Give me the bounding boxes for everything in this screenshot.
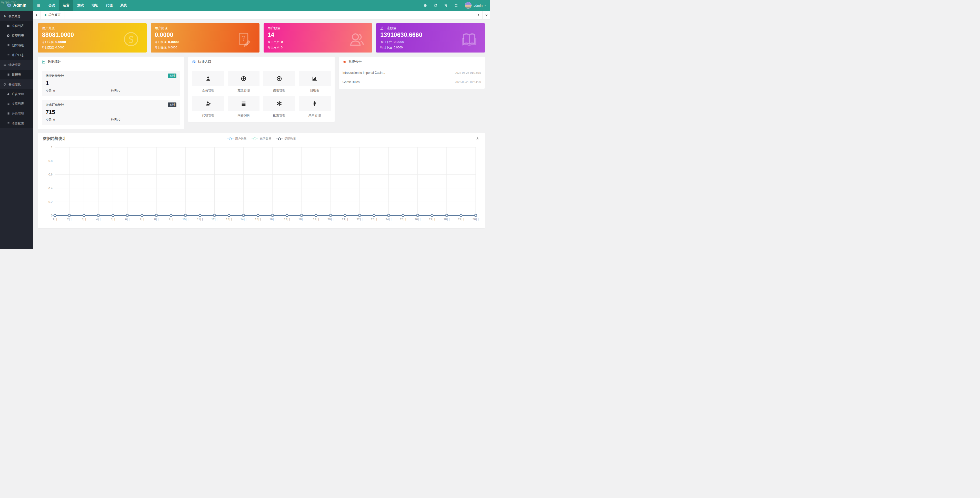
svg-text:12日: 12日 bbox=[211, 218, 218, 221]
sidebar-item-member-accounting[interactable]: B 会员账务 bbox=[0, 11, 33, 21]
quick-entry-daily-report[interactable]: 日报表 bbox=[299, 71, 331, 93]
sidebar-submenu: 日报表 bbox=[0, 70, 33, 79]
sidebar-item-ad-management[interactable]: 广告管理 bbox=[0, 89, 33, 99]
refresh-button[interactable] bbox=[431, 0, 441, 11]
svg-text:23日: 23日 bbox=[371, 218, 377, 221]
nav-item-game[interactable]: 游戏 bbox=[73, 0, 88, 11]
announcement-row[interactable]: Introduction to Imperial Casin... 2022-0… bbox=[342, 68, 481, 78]
lines-icon bbox=[241, 101, 247, 106]
sidebar-item-daily-report[interactable]: 日报表 bbox=[0, 70, 33, 79]
sidebar-item-label: 基础信息 bbox=[8, 82, 21, 87]
svg-text:19日: 19日 bbox=[313, 218, 319, 221]
nav-item-member[interactable]: 会员 bbox=[45, 0, 59, 11]
refresh-icon bbox=[434, 3, 438, 8]
svg-text:21日: 21日 bbox=[342, 218, 348, 221]
share-circle-icon bbox=[7, 34, 10, 37]
sidebar-item-withdraw-list[interactable]: 提现列表 bbox=[0, 31, 33, 40]
quick-entry-withdraw-management[interactable]: 提现管理 bbox=[263, 71, 295, 93]
sidebar-item-account-log[interactable]: 账户日志 bbox=[0, 50, 33, 60]
tab-bar: 后台首页 bbox=[33, 11, 490, 19]
svg-text:10日: 10日 bbox=[182, 218, 188, 221]
nav-item-label: 会员 bbox=[48, 3, 55, 8]
svg-text:30日: 30日 bbox=[473, 218, 479, 221]
nav-item-address[interactable]: 地址 bbox=[88, 0, 102, 11]
legend-item-2[interactable]: 充值数量 bbox=[251, 137, 272, 141]
svg-text:3日: 3日 bbox=[81, 218, 86, 221]
svg-text:0.8: 0.8 bbox=[48, 159, 52, 162]
legend-item-3[interactable]: 提现数量 bbox=[276, 137, 296, 141]
user-menu[interactable]: admin bbox=[474, 3, 487, 8]
svg-text:?: ? bbox=[241, 34, 245, 42]
plus-square-icon bbox=[7, 24, 10, 27]
sidebar-item-label: 划转明细 bbox=[12, 43, 24, 48]
tabs-scroll-left-button[interactable] bbox=[33, 11, 40, 19]
sidebar-item-label: 充值列表 bbox=[12, 24, 24, 28]
stat-card-title: 用户充值 bbox=[42, 26, 143, 30]
tabs-menu-button[interactable] bbox=[482, 11, 490, 19]
sidebar-item-basic-info[interactable]: 基础信息 bbox=[0, 79, 33, 89]
trend-chart-panel: 数据趋势统计 用户数量充值数量提现数量 00.20.40.60.811日2日3日… bbox=[38, 133, 485, 228]
apps-button[interactable] bbox=[420, 0, 431, 11]
announcement-row[interactable]: Game Rules 2022-05-25 07:14:39 bbox=[342, 78, 481, 87]
fullscreen-button[interactable] bbox=[451, 0, 461, 11]
svg-text:28日: 28日 bbox=[444, 218, 450, 221]
nav-item-label: 代理 bbox=[106, 3, 113, 8]
sidebar: B 会员账务 充值列表 提现列表 划转明细 账户日志 统计报表 日报表 基础信息… bbox=[0, 11, 33, 249]
svg-text:14日: 14日 bbox=[240, 218, 247, 221]
asterisk-icon bbox=[277, 101, 282, 106]
list-icon bbox=[7, 122, 10, 125]
clear-cache-button[interactable] bbox=[441, 0, 451, 11]
sidebar-item-recharge-list[interactable]: 充值列表 bbox=[0, 21, 33, 31]
download-chart-button[interactable] bbox=[476, 136, 480, 141]
list-icon bbox=[7, 102, 10, 105]
trend-chart[interactable]: 00.20.40.60.811日2日3日4日5日6日7日8日9日10日11日12… bbox=[43, 144, 480, 225]
legend-item-1[interactable]: 用户数量 bbox=[227, 137, 247, 141]
arrow-up-circle-icon bbox=[277, 76, 282, 81]
sidebar-item-label: 广告管理 bbox=[12, 92, 24, 96]
quick-entry-label: 日报表 bbox=[299, 88, 331, 93]
sidebar-item-label: 文章列表 bbox=[12, 102, 24, 106]
quick-entry-label: 内容编辑 bbox=[228, 113, 260, 117]
nav-item-label: 运营 bbox=[63, 3, 70, 8]
sidebar-item-label: 提现列表 bbox=[12, 33, 24, 38]
sidebar-item-language-config[interactable]: 语言配置 bbox=[0, 118, 33, 128]
sidebar-item-statistics-report[interactable]: 统计报表 bbox=[0, 60, 33, 70]
user-avatar[interactable] bbox=[465, 2, 471, 9]
tabs-scroll-right-button[interactable] bbox=[475, 11, 482, 19]
quick-entry-menu-management[interactable]: 菜单管理 bbox=[299, 96, 331, 117]
quick-entry-member-management[interactable]: 会员管理 bbox=[192, 71, 224, 93]
chevron-right-icon bbox=[477, 14, 480, 17]
data-statistics-panel: 数据统计 代理数量统计 实时 1 今天: 0 昨天: 0 游戏订单统计 实时 7… bbox=[38, 57, 184, 129]
quick-entry-recharge-management[interactable]: 充值管理 bbox=[228, 71, 260, 93]
svg-text:17日: 17日 bbox=[284, 218, 290, 221]
quick-entry-agent-management[interactable]: 代理管理 bbox=[192, 96, 224, 117]
nav-item-agent[interactable]: 代理 bbox=[102, 0, 116, 11]
chevron-down-icon bbox=[485, 14, 488, 17]
nav-item-system[interactable]: 系统 bbox=[116, 0, 131, 11]
sidebar-submenu: 充值列表 提现列表 划转明细 账户日志 bbox=[0, 21, 33, 60]
tree-icon bbox=[312, 101, 317, 106]
quick-entry-config-management[interactable]: 配置管理 bbox=[263, 96, 295, 117]
legend-marker bbox=[251, 137, 258, 140]
user-icon bbox=[205, 76, 211, 81]
sidebar-collapse-button[interactable] bbox=[33, 0, 45, 11]
nav-item-operation[interactable]: 运营 bbox=[59, 0, 73, 11]
announcement-time: 2022-05-28 01:13:15 bbox=[455, 71, 481, 74]
line-chart-icon bbox=[42, 60, 46, 64]
tab-home[interactable]: 后台首页 bbox=[40, 11, 65, 19]
svg-text:15日: 15日 bbox=[255, 218, 261, 221]
copy-icon bbox=[3, 83, 6, 86]
sidebar-item-category-management[interactable]: 分类管理 bbox=[0, 109, 33, 118]
sidebar-item-transfer-detail[interactable]: 划转明细 bbox=[0, 40, 33, 50]
sidebar-item-article-list[interactable]: 文章列表 bbox=[0, 99, 33, 109]
bitcoin-icon: B bbox=[3, 14, 6, 17]
page-content: 用户充值 88081.0000 今日充值0.0000 昨日充值0.0000 $ … bbox=[33, 19, 490, 249]
stat-card-user-withdraw: 用户提现 0.0000 今日提现0.0000 昨日提现0.0000 ? bbox=[151, 23, 259, 52]
announcement-title: Introduction to Imperial Casin... bbox=[342, 71, 385, 75]
top-navbar: myppp.top Admin 会员运营游戏地址代理系统 admin bbox=[0, 0, 490, 11]
stat-card-total-bets: 总下注数量 13910630.6660 今日下注0.0000 昨日下注0.000… bbox=[376, 23, 485, 52]
trash-icon bbox=[444, 3, 448, 8]
stat-card-title: 总下注数量 bbox=[380, 26, 481, 30]
quick-entry-content-edit[interactable]: 内容编辑 bbox=[228, 96, 260, 117]
quick-entry-label: 会员管理 bbox=[192, 88, 224, 93]
